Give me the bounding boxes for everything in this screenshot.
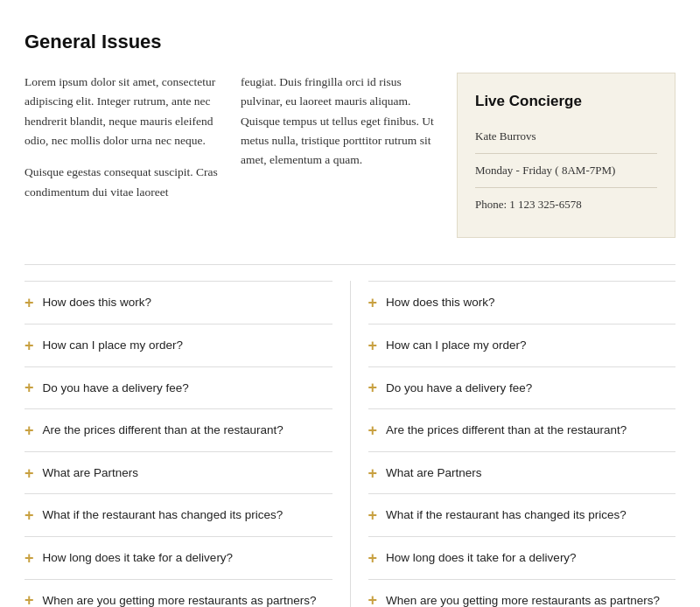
page-title: General Issues [24, 26, 676, 57]
faq-label: How long does it take for a delivery? [43, 548, 234, 568]
plus-icon: + [368, 465, 378, 481]
intro-text-2: feugiat. Duis fringilla orci id risus pu… [241, 73, 439, 170]
plus-icon: + [368, 422, 378, 438]
faq-section: +How does this work?+How can I place my … [24, 281, 676, 607]
plus-icon: + [24, 592, 34, 607]
faq-label: What if the restaurant has changed its p… [43, 506, 284, 525]
faq-item[interactable]: +Are the prices different than at the re… [24, 409, 332, 452]
faq-column-left: +How does this work?+How can I place my … [24, 281, 350, 607]
live-concierge-box: Live Concierge Kate Burrovs Monday - Fri… [457, 73, 676, 238]
top-section: Lorem ipsum dolor sit amet, consectetur … [24, 73, 676, 238]
intro-text: Lorem ipsum dolor sit amet, consectetur … [24, 73, 223, 202]
plus-icon: + [24, 507, 34, 523]
faq-label: What are Partners [386, 464, 482, 483]
plus-icon: + [24, 295, 34, 310]
plus-icon: + [368, 592, 378, 607]
faq-item[interactable]: +When are you getting more restaurants a… [24, 580, 332, 607]
plus-icon: + [24, 380, 34, 395]
plus-icon: + [24, 550, 34, 566]
plus-icon: + [368, 380, 378, 395]
faq-item[interactable]: +How long does it take for a delivery? [368, 537, 676, 580]
plus-icon: + [368, 295, 378, 310]
faq-item[interactable]: +How does this work? [368, 281, 676, 324]
plus-icon: + [24, 338, 34, 353]
faq-item[interactable]: +When are you getting more restaurants a… [368, 580, 676, 607]
faq-label: What if the restaurant has changed its p… [386, 506, 626, 525]
concierge-phone: Phone: 1 123 325-6578 [475, 187, 657, 221]
faq-label: When are you getting more restaurants as… [386, 591, 660, 607]
faq-item[interactable]: +How long does it take for a delivery? [24, 537, 332, 580]
faq-label: Do you have a delivery fee? [43, 379, 189, 398]
intro-para-2: Quisque egestas consequat suscipit. Cras… [24, 163, 223, 202]
faq-label: Do you have a delivery fee? [386, 379, 532, 398]
faq-item[interactable]: +Do you have a delivery fee? [368, 367, 676, 410]
plus-icon: + [368, 550, 378, 566]
faq-item[interactable]: +What if the restaurant has changed its … [368, 494, 676, 537]
concierge-title: Live Concierge [475, 89, 657, 113]
plus-icon: + [368, 338, 378, 353]
section-divider [24, 264, 676, 265]
concierge-hours: Monday - Friday ( 8AM-7PM) [475, 153, 657, 187]
faq-item[interactable]: +How can I place my order? [24, 324, 332, 367]
plus-icon: + [24, 422, 34, 438]
faq-label: How does this work? [386, 293, 495, 312]
concierge-info: Kate Burrovs Monday - Friday ( 8AM-7PM) … [475, 125, 657, 221]
faq-label: How does this work? [43, 293, 152, 312]
faq-label: How long does it take for a delivery? [386, 548, 577, 568]
faq-item[interactable]: +How does this work? [24, 281, 332, 324]
faq-item[interactable]: +How can I place my order? [368, 324, 676, 367]
faq-label: Are the prices different than at the res… [386, 421, 626, 440]
faq-item[interactable]: +What are Partners [24, 452, 332, 495]
intro-para-3: feugiat. Duis fringilla orci id risus pu… [241, 73, 439, 170]
faq-item[interactable]: +What if the restaurant has changed its … [24, 494, 332, 537]
faq-item[interactable]: +Do you have a delivery fee? [24, 367, 332, 410]
concierge-name: Kate Burrovs [475, 125, 657, 153]
intro-para-1: Lorem ipsum dolor sit amet, consectetur … [24, 73, 223, 150]
plus-icon: + [24, 465, 34, 481]
faq-item[interactable]: +What are Partners [368, 452, 676, 495]
faq-item[interactable]: +Are the prices different than at the re… [368, 409, 676, 452]
faq-label: How can I place my order? [386, 336, 527, 355]
faq-label: When are you getting more restaurants as… [43, 591, 317, 607]
faq-label: Are the prices different than at the res… [43, 421, 284, 440]
faq-column-right: +How does this work?+How can I place my … [350, 281, 676, 607]
plus-icon: + [368, 507, 378, 523]
faq-label: How can I place my order? [43, 336, 184, 355]
faq-label: What are Partners [43, 464, 139, 483]
